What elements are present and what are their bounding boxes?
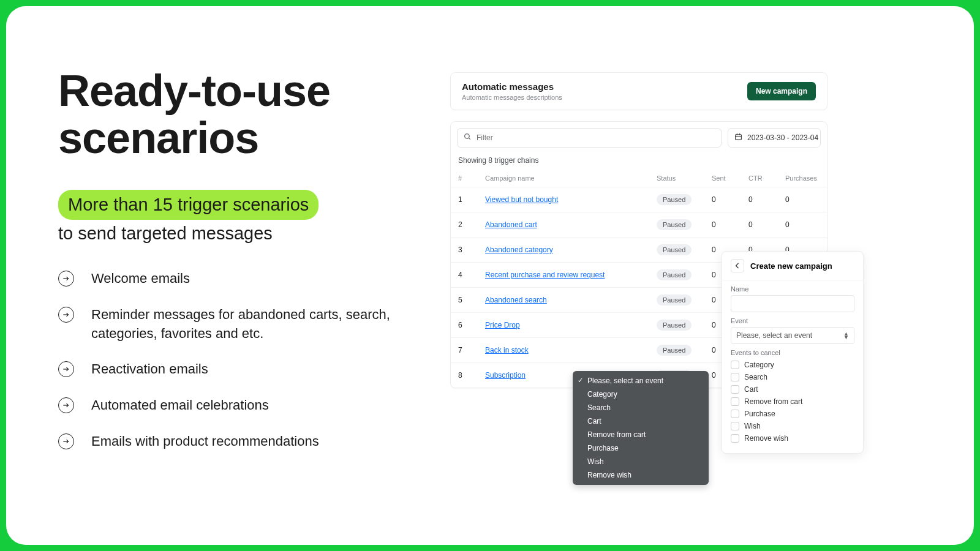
messages-header: Automatic messages Automatic messages de… [450, 72, 827, 110]
dropdown-item[interactable]: Purchase [573, 441, 709, 455]
checkbox-label: Purchase [744, 410, 775, 418]
checkbox-icon [731, 397, 739, 406]
bullet-text: Automated email celebrations [91, 396, 269, 415]
svg-rect-7 [736, 135, 742, 140]
checkbox-label: Wish [744, 422, 761, 430]
search-icon [464, 133, 472, 143]
svg-line-6 [469, 138, 470, 140]
dropdown-item[interactable]: Search [573, 401, 709, 414]
sent-value: 0 [704, 187, 741, 212]
dropdown-item[interactable]: Wish [573, 455, 709, 468]
checkbox-label: Remove from cart [744, 397, 802, 406]
campaign-link[interactable]: Abandoned category [485, 246, 553, 254]
dropdown-item[interactable]: Remove from cart [573, 428, 709, 441]
svg-point-5 [465, 134, 470, 139]
campaign-link[interactable]: Recent purchase and review request [485, 271, 605, 279]
dropdown-item[interactable]: Cart [573, 414, 709, 428]
row-num: 4 [451, 263, 478, 288]
campaign-link[interactable]: Subscription [485, 371, 526, 380]
status-badge: Paused [657, 219, 692, 230]
cancel-checkbox[interactable]: Wish [731, 420, 854, 432]
ctr-value: 0 [741, 187, 778, 212]
subheading: More than 15 trigger scenarios to send t… [58, 190, 432, 247]
date-range-picker[interactable]: 2023-03-30 - 2023-04 [728, 128, 821, 148]
table-row: 1Viewed but not boughtPaused000 [451, 187, 827, 212]
cancel-checkbox[interactable]: Category [731, 359, 854, 371]
event-label: Event [731, 317, 854, 324]
col-campaign: Campaign name [478, 170, 649, 187]
cancel-checkbox[interactable]: Remove wish [731, 432, 854, 444]
col-num: # [451, 170, 478, 187]
checkbox-label: Remove wish [744, 434, 788, 443]
arrow-icon [58, 271, 74, 287]
updown-icon: ▲▼ [843, 332, 849, 340]
cancel-checkbox[interactable]: Cart [731, 383, 854, 395]
name-label: Name [731, 285, 854, 293]
create-campaign-panel: Create new campaign Name Event Please, s… [722, 251, 864, 454]
dropdown-item[interactable]: Category [573, 388, 709, 401]
create-campaign-title: Create new campaign [750, 261, 832, 271]
arrow-icon [58, 433, 74, 449]
col-purchases: Purchases [778, 170, 827, 187]
new-campaign-button[interactable]: New campaign [747, 82, 816, 100]
row-num: 2 [451, 212, 478, 238]
purchases-value: 0 [778, 187, 827, 212]
row-num: 5 [451, 288, 478, 313]
campaign-link[interactable]: Abandoned cart [485, 220, 537, 229]
sent-value: 0 [704, 212, 741, 238]
status-badge: Paused [657, 269, 692, 280]
bullet-item: Reactivation emails [58, 360, 432, 379]
showing-count: Showing 8 trigger chains [451, 154, 827, 170]
campaign-link[interactable]: Viewed but not bought [485, 195, 558, 204]
checkbox-label: Cart [744, 385, 758, 394]
checkbox-icon [731, 385, 739, 394]
col-sent: Sent [704, 170, 741, 187]
checkbox-label: Category [744, 361, 774, 369]
bullet-text: Welcome emails [91, 269, 190, 288]
event-select[interactable]: Please, select an event ▲▼ [731, 327, 854, 344]
events-cancel-label: Events to cancel [731, 349, 854, 356]
bullet-text: Reminder messages for abandoned carts, s… [91, 305, 432, 343]
subheading-rest: to send targeted messages [58, 223, 273, 243]
arrow-icon [58, 361, 74, 377]
campaign-link[interactable]: Abandoned search [485, 296, 547, 304]
status-badge: Paused [657, 320, 692, 331]
campaign-name-input[interactable] [731, 295, 854, 312]
checkbox-icon [731, 434, 739, 443]
event-dropdown[interactable]: Please, select an event CategorySearchCa… [573, 371, 709, 485]
row-num: 8 [451, 363, 478, 388]
panel-title: Automatic messages [462, 81, 562, 92]
bullet-text: Emails with product recommendations [91, 432, 319, 451]
ctr-value: 0 [741, 212, 778, 238]
checkbox-label: Search [744, 373, 767, 381]
bullet-item: Automated email celebrations [58, 396, 432, 415]
filter-input[interactable] [477, 133, 715, 142]
arrow-icon [58, 397, 74, 413]
cancel-checkbox[interactable]: Purchase [731, 408, 854, 420]
bullet-item: Emails with product recommendations [58, 432, 432, 451]
filter-input-wrapper[interactable] [457, 128, 722, 148]
dropdown-item[interactable]: Remove wish [573, 468, 709, 482]
campaign-link[interactable]: Back in stock [485, 346, 529, 354]
checkbox-icon [731, 422, 739, 430]
purchases-value: 0 [778, 212, 827, 238]
status-badge: Paused [657, 194, 692, 205]
status-badge: Paused [657, 345, 692, 356]
status-badge: Paused [657, 294, 692, 305]
bullet-text: Reactivation emails [91, 360, 208, 379]
checkbox-icon [731, 361, 739, 369]
row-num: 1 [451, 187, 478, 212]
row-num: 3 [451, 238, 478, 263]
page-headline: Ready-to-use scenarios [58, 67, 432, 162]
headline-line1: Ready-to-use [58, 66, 330, 115]
event-select-text: Please, select an event [736, 331, 812, 340]
row-num: 7 [451, 338, 478, 363]
cancel-checkbox[interactable]: Remove from cart [731, 395, 854, 408]
dropdown-placeholder[interactable]: Please, select an event [573, 374, 709, 388]
back-button[interactable] [731, 259, 744, 272]
calendar-icon [734, 133, 742, 143]
campaign-link[interactable]: Price Drop [485, 321, 520, 329]
cancel-checkbox[interactable]: Search [731, 371, 854, 383]
checkbox-icon [731, 373, 739, 381]
highlighted-text: More than 15 trigger scenarios [58, 190, 318, 220]
